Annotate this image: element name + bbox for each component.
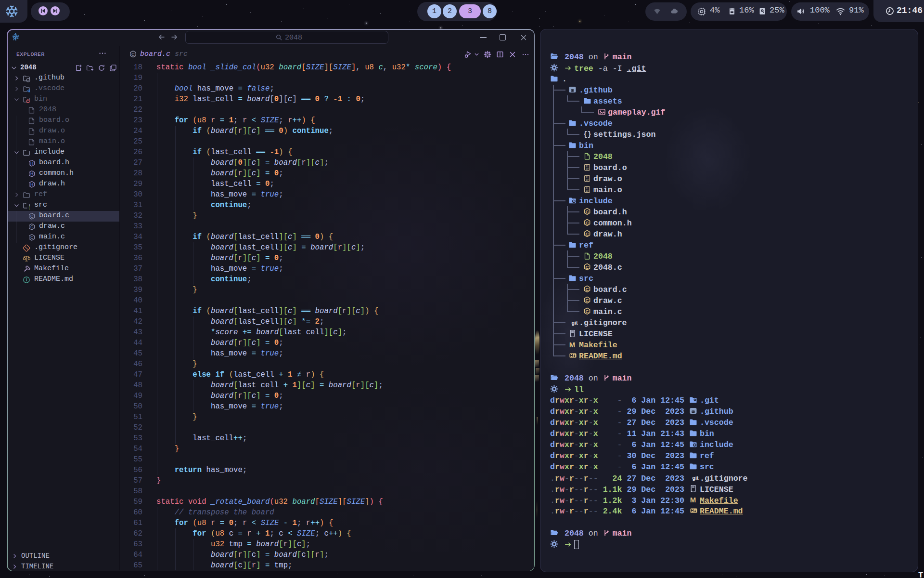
svg-text:H: H [30, 182, 33, 187]
svg-text:C: C [30, 235, 33, 240]
svg-text:10: 10 [586, 168, 589, 170]
svg-text:C: C [131, 52, 135, 57]
svg-text:M: M [569, 341, 576, 349]
svg-text:C: C [586, 231, 589, 236]
svg-text:C: C [30, 214, 33, 219]
svg-text:git: git [572, 320, 578, 326]
svg-text:C: C [586, 209, 589, 214]
svg-text:{}: {} [583, 131, 591, 138]
svg-text:(): () [28, 206, 30, 210]
svg-text:git: git [693, 475, 699, 481]
svg-text:M: M [690, 496, 696, 504]
svg-text:C: C [586, 298, 589, 303]
svg-text:10: 10 [586, 190, 589, 192]
svg-text:10: 10 [586, 179, 589, 181]
svg-text:C: C [586, 264, 589, 270]
svg-text:C: C [586, 287, 589, 292]
svg-text:H: H [30, 161, 33, 166]
svg-text:C: C [30, 224, 33, 229]
svg-text:C: C [586, 309, 589, 314]
svg-text:C: C [586, 220, 589, 225]
svg-text:H: H [30, 171, 33, 176]
